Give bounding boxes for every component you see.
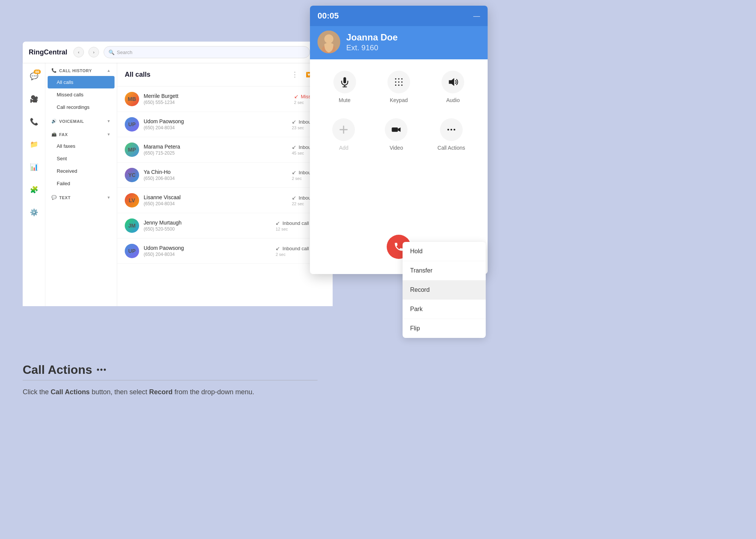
voicemail-label: VOICEMAIL <box>59 119 84 124</box>
nav-item-received[interactable]: Received <box>48 165 115 177</box>
main-content: All calls ⋮ 🔽 Filter MB Merrile Burgett … <box>117 63 333 306</box>
call-history-chevron: ▲ <box>107 68 111 73</box>
contact-name: Jenny Murtaugh <box>144 220 271 226</box>
call-item[interactable]: MB Merrile Burgett (650) 555-1234 ↙ Miss… <box>117 87 333 112</box>
audio-button[interactable]: Audio <box>442 71 464 103</box>
nav-item-sent[interactable]: Sent <box>48 152 115 165</box>
bottom-divider <box>23 380 318 381</box>
svg-point-3 <box>325 34 333 42</box>
call-actions-button[interactable]: Call Actions <box>437 118 465 151</box>
svg-point-13 <box>398 84 400 86</box>
add-button[interactable]: Add <box>332 118 355 151</box>
nav-item-all-faxes[interactable]: All faxes <box>48 140 115 152</box>
mute-icon-circle <box>333 71 356 93</box>
call-info: Udom Paowsong (650) 204-8034 <box>144 118 287 130</box>
call-item[interactable]: JM Jenny Murtaugh (650) 520-5500 ↙ Inbou… <box>117 213 333 239</box>
fax-icon: 📠 <box>51 132 57 137</box>
call-item[interactable]: LV Lisanne Viscaal (650) 204-8034 ↙ Inbo… <box>117 188 333 213</box>
sidebar-video-btn[interactable]: 🎥 <box>26 91 42 107</box>
inbox-icon: 📁 <box>30 140 38 149</box>
call-info: Merrile Burgett (650) 555-1234 <box>144 93 290 105</box>
audio-label: Audio <box>446 97 460 103</box>
call-type-icon: ↙ <box>292 195 296 201</box>
call-info: Udom Paowsong (650) 204-8034 <box>144 245 271 257</box>
call-type-icon: ↙ <box>294 93 299 99</box>
contact-avatar: YC <box>125 168 139 182</box>
sidebar-extensions-btn[interactable]: 🧩 <box>26 182 42 197</box>
forward-button[interactable]: › <box>88 47 99 57</box>
brand-name: RingCentral <box>29 48 67 56</box>
audio-icon-circle <box>442 71 464 93</box>
call-duration: 22 sec <box>292 201 304 206</box>
contact-avatar: UP <box>125 117 139 132</box>
dropdown-item-park[interactable]: Park <box>403 300 486 319</box>
dropdown-item-transfer[interactable]: Transfer <box>403 261 486 280</box>
dropdown-item-record[interactable]: Record <box>403 280 486 300</box>
call-actions-label: Call Actions <box>437 145 465 151</box>
fax-chevron: ▼ <box>107 132 111 136</box>
svg-point-9 <box>395 81 397 83</box>
call-duration: 2 sec <box>292 176 302 181</box>
call-history-icon: 📞 <box>51 68 57 73</box>
dropdown-item-hold[interactable]: Hold <box>403 242 486 261</box>
call-history-label: CALL HISTORY <box>59 68 92 73</box>
more-options-btn[interactable]: ⋮ <box>288 69 301 80</box>
call-type-icon: ↙ <box>292 144 296 150</box>
top-bar: RingCentral ‹ › 🔍 Search <box>23 42 333 63</box>
call-type-label: Inbound call <box>282 220 309 226</box>
nav-item-missed-calls[interactable]: Missed calls <box>48 88 115 101</box>
add-label: Add <box>339 145 349 151</box>
sidebar-fax-btn[interactable]: 📁 <box>26 137 42 152</box>
call-duration: 23 sec <box>292 125 304 130</box>
svg-point-10 <box>398 81 400 83</box>
contact-name: Merrile Burgett <box>144 93 290 99</box>
call-duration: 45 sec <box>292 151 304 155</box>
video-button[interactable]: Video <box>385 118 407 151</box>
desc-part1: Click the <box>23 388 51 396</box>
call-info: Marama Petera (650) 715-2025 <box>144 144 287 156</box>
contact-name: Marama Petera <box>144 144 287 150</box>
desc-part3: from the drop-down menu. <box>173 388 254 396</box>
call-item[interactable]: UP Udom Paowsong (650) 204-8034 ↙ Inboun… <box>117 239 333 264</box>
svg-marker-19 <box>398 127 401 132</box>
call-controls: Mute Keypad <box>310 59 488 173</box>
sidebar-settings-btn[interactable]: ⚙️ <box>26 205 42 220</box>
nav-item-call-recordings[interactable]: Call recordings <box>48 101 115 113</box>
call-item[interactable]: MP Marama Petera (650) 715-2025 ↙ Inboun… <box>117 137 333 163</box>
dropdown-item-flip[interactable]: Flip <box>403 319 486 338</box>
call-info: Jenny Murtaugh (650) 520-5500 <box>144 220 271 232</box>
keypad-button[interactable]: Keypad <box>387 71 410 103</box>
svg-rect-18 <box>392 127 398 132</box>
controls-row-1: Mute Keypad <box>318 71 480 103</box>
text-icon: 💬 <box>51 195 57 200</box>
call-type-icon: ↙ <box>276 245 280 251</box>
call-info: Lisanne Viscaal (650) 204-8034 <box>144 194 287 206</box>
voicemail-icon: 🔊 <box>51 119 57 124</box>
call-item[interactable]: UP Udom Paowsong (650) 204-8034 ↙ Inboun… <box>117 112 333 137</box>
svg-point-7 <box>398 78 400 80</box>
video-label: Video <box>390 145 403 151</box>
fax-section: 📠 FAX ▼ <box>45 127 117 140</box>
sidebar-phone-btn[interactable]: 📞 <box>26 114 42 129</box>
nav-item-failed[interactable]: Failed <box>48 177 115 190</box>
search-icon: 🔍 <box>108 50 115 55</box>
settings-icon: ⚙️ <box>30 208 38 217</box>
keypad-icon-circle <box>387 71 410 93</box>
mute-button[interactable]: Mute <box>333 71 356 103</box>
search-bar[interactable]: 🔍 Search <box>104 46 310 58</box>
sidebar-messages-btn[interactable]: 💬 66 <box>26 69 42 84</box>
minimize-button[interactable]: — <box>473 12 480 19</box>
video-icon: 🎥 <box>30 95 38 103</box>
text-label: TEXT <box>59 195 71 200</box>
call-duration: 12 sec <box>276 227 288 231</box>
call-item[interactable]: YC Ya Chin-Ho (650) 206-8034 ↙ Inbound c… <box>117 163 333 188</box>
svg-marker-15 <box>449 78 454 86</box>
back-button[interactable]: ‹ <box>73 47 84 57</box>
nav-item-all-calls[interactable]: All calls <box>48 76 115 88</box>
phone-icon: 📞 <box>30 118 38 126</box>
contact-avatar: LV <box>125 193 139 208</box>
call-type-icon: ↙ <box>292 169 296 175</box>
sidebar-icons: 💬 66 🎥 📞 📁 📊 🧩 ⚙️ <box>23 63 45 306</box>
messages-badge: 66 <box>34 70 40 74</box>
sidebar-analytics-btn[interactable]: 📊 <box>26 160 42 175</box>
